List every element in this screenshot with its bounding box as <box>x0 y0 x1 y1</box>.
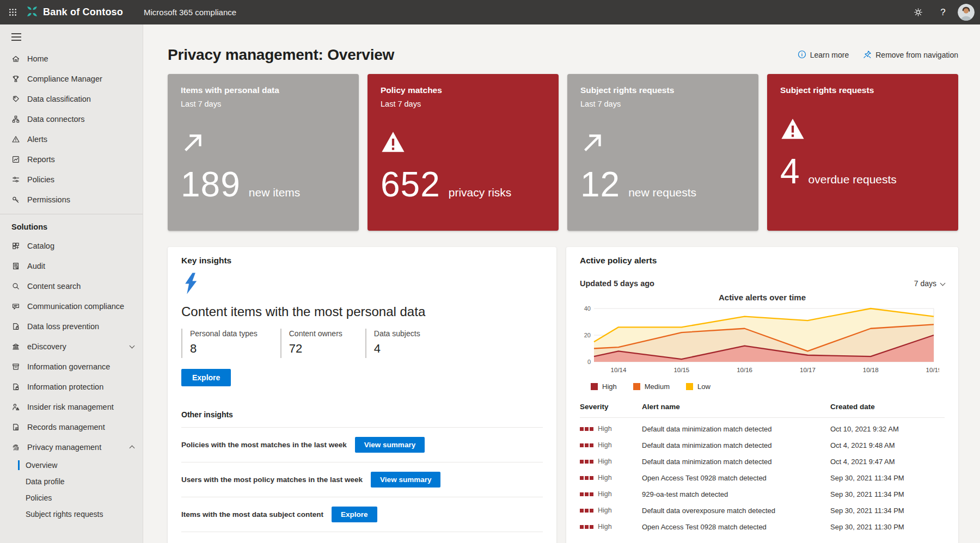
sidebar-item-compliance-manager[interactable]: Compliance Manager <box>0 69 143 89</box>
sliders-icon <box>11 175 20 184</box>
other-insight-button[interactable]: View summary <box>371 472 440 488</box>
trophy-icon <box>11 75 20 83</box>
severity-cell: High <box>580 441 642 449</box>
other-insight-button[interactable]: View summary <box>355 437 425 453</box>
doc-lock-icon <box>11 322 20 331</box>
severity-cell: High <box>580 425 642 433</box>
key-insights-title: Key insights <box>181 256 543 266</box>
kpi-card-title: Items with personal data <box>181 85 346 95</box>
warning-icon <box>381 130 546 156</box>
sidebar-item-data-connectors[interactable]: Data connectors <box>0 109 143 129</box>
sidebar-item-reports[interactable]: Reports <box>0 149 143 169</box>
alert-table-row[interactable]: High Default data minimization match det… <box>580 437 945 453</box>
kpi-card-title: Subject rights requests <box>780 85 945 95</box>
kpi-card-value-row: 652 privacy risks <box>381 169 546 201</box>
sidebar-item-privacy-management[interactable]: Privacy management <box>0 437 143 457</box>
help-icon[interactable]: ? <box>930 0 955 24</box>
sidebar-item-information-governance[interactable]: Information governance <box>0 356 143 377</box>
sidebar-item-catalog[interactable]: Catalog <box>0 236 143 256</box>
sidebar-item-label: Alerts <box>27 135 47 144</box>
settings-gear-icon[interactable] <box>905 0 930 24</box>
alert-table-row[interactable]: High 929-oa-test match detected Sep 30, … <box>580 486 945 502</box>
explore-button[interactable]: Explore <box>181 369 231 386</box>
user-avatar[interactable] <box>958 4 975 21</box>
sidebar-item-audit[interactable]: Audit <box>0 256 143 276</box>
contoso-logo-icon <box>26 5 38 20</box>
sidebar-item-label: Audit <box>27 262 45 270</box>
sidebar-item-label: Home <box>27 54 48 63</box>
sidebar-item-content-search[interactable]: Content search <box>0 276 143 296</box>
learn-more-link[interactable]: Learn more <box>798 50 849 60</box>
sidebar-item-alerts[interactable]: Alerts <box>0 129 143 149</box>
other-insight-row: Items with the most data subject content… <box>181 497 543 532</box>
insight-stat-value: 8 <box>190 342 258 356</box>
kpi-card-policy-matches[interactable]: Policy matchesLast 7 days 652 privacy ri… <box>367 74 559 231</box>
alert-name-cell: Default data minimization match detected <box>642 458 830 466</box>
sidebar-subitem-data-profile[interactable]: Data profile <box>0 473 143 490</box>
sidebar-item-label: Privacy management <box>27 443 101 452</box>
legend-item-medium: Medium <box>633 382 670 391</box>
trend-arrow-icon <box>181 130 346 156</box>
sidebar-subitem-subject-rights-requests[interactable]: Subject rights requests <box>0 506 143 522</box>
svg-text:10/16: 10/16 <box>737 367 752 373</box>
severity-cell: High <box>580 523 642 530</box>
svg-text:0: 0 <box>587 359 591 365</box>
sidebar-item-data-classification[interactable]: Data classification <box>0 89 143 109</box>
alerts-table-rows: High Default data minimization match det… <box>580 421 945 535</box>
app-launcher-waffle-icon[interactable] <box>0 0 25 24</box>
sidebar-item-records-management[interactable]: Records management <box>0 417 143 437</box>
legend-label: Medium <box>645 382 670 391</box>
created-date-cell: Sep 30, 2021 11:34 PM <box>830 474 945 482</box>
time-range-dropdown[interactable]: 7 days <box>914 279 945 288</box>
sidebar-subitem-overview[interactable]: Overview <box>0 457 143 473</box>
kpi-card-subtitle: Last 7 days <box>181 100 346 108</box>
other-insight-row: Users with the most policy matches in th… <box>181 462 543 497</box>
kpi-card-unit: new items <box>249 186 301 199</box>
sidebar-subitem-policies[interactable]: Policies <box>0 490 143 506</box>
kpi-card-value: 652 <box>381 169 440 201</box>
insight-stat-label: Personal data types <box>190 329 258 338</box>
kpi-card-subject-rights-requests[interactable]: Subject rights requests 4 overdue reques… <box>767 74 958 231</box>
alert-table-row[interactable]: High Default data overexposure match det… <box>580 502 945 519</box>
alert-name-cell: 929-oa-test match detected <box>642 490 830 498</box>
insight-stat-data-subjects: Data subjects 4 <box>365 329 443 358</box>
sidebar-item-label: Content search <box>27 282 81 291</box>
sidebar-item-label: Permissions <box>27 195 70 204</box>
chart-legend: HighMediumLow <box>580 382 945 391</box>
page-actions: Learn more Remove from navigation <box>798 50 958 60</box>
chevron-up-icon <box>130 446 135 451</box>
sidebar-item-policies[interactable]: Policies <box>0 169 143 189</box>
column-header-created-date: Created date <box>830 403 945 411</box>
insight-stat-label: Content owners <box>289 329 342 338</box>
sidebar-item-information-protection[interactable]: Information protection <box>0 377 143 397</box>
alert-table-row[interactable]: High Open Access Test 0928 match detecte… <box>580 519 945 535</box>
other-insight-text: Items with the most data subject content <box>181 510 323 519</box>
product-name: Microsoft 365 compliance <box>144 8 236 17</box>
info-icon <box>798 50 806 60</box>
nav-collapse-hamburger-icon[interactable] <box>11 33 21 41</box>
other-insight-button[interactable]: Explore <box>332 507 377 522</box>
kpi-card-items-with-personal-data[interactable]: Items with personal dataLast 7 days 189 … <box>168 74 359 231</box>
column-header-severity: Severity <box>580 403 642 411</box>
sidebar-item-insider-risk-management[interactable]: Insider risk management <box>0 397 143 417</box>
kpi-card-subject-rights-requests[interactable]: Subject rights requestsLast 7 days 12 ne… <box>567 74 758 231</box>
svg-text:10/14: 10/14 <box>611 367 627 373</box>
severity-label: High <box>598 458 612 465</box>
key-icon <box>11 195 20 204</box>
chevron-down-icon <box>130 343 135 348</box>
sidebar-item-communication-compliance[interactable]: Communication compliance <box>0 296 143 316</box>
remove-from-navigation-link[interactable]: Remove from navigation <box>863 50 958 60</box>
sidebar-item-data-loss-prevention[interactable]: Data loss prevention <box>0 316 143 336</box>
topbar-right: ? <box>905 0 980 24</box>
sidebar-nav: HomeCompliance ManagerData classificatio… <box>0 48 143 522</box>
connectors-icon <box>11 115 20 124</box>
alert-table-row[interactable]: High Default data minimization match det… <box>580 421 945 437</box>
svg-text:10/18: 10/18 <box>863 367 879 373</box>
sidebar-item-ediscovery[interactable]: eDiscovery <box>0 336 143 356</box>
created-date-cell: Oct 10, 2021 9:32 AM <box>830 425 945 433</box>
insight-stat-label: Data subjects <box>374 329 420 338</box>
sidebar-item-permissions[interactable]: Permissions <box>0 189 143 209</box>
alert-table-row[interactable]: High Open Access Test 0928 match detecte… <box>580 470 945 486</box>
alert-table-row[interactable]: High Default data minimization match det… <box>580 453 945 470</box>
sidebar-item-home[interactable]: Home <box>0 48 143 69</box>
